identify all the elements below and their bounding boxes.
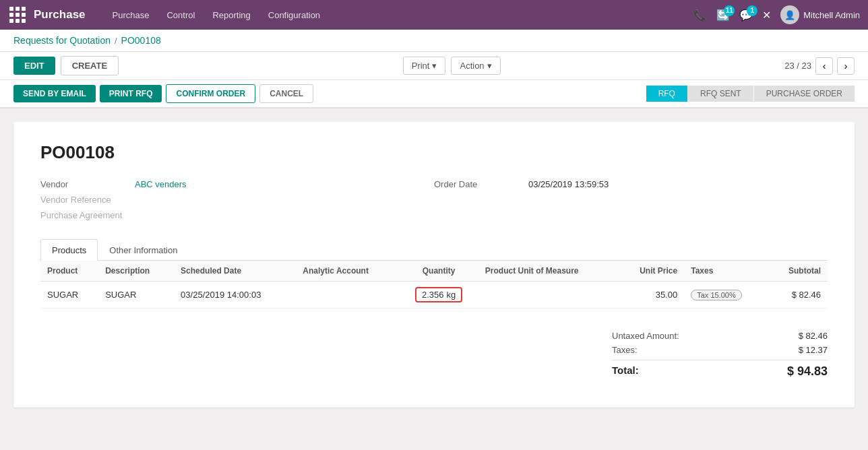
quantity-value: 2.356 bbox=[422, 290, 444, 300]
action-bar: EDIT CREATE Print ▾ Action ▾ 23 / 23 ‹ › bbox=[0, 52, 868, 80]
phone-icon[interactable]: 📞 bbox=[693, 9, 707, 22]
total-row: Total: $ 94.83 bbox=[612, 360, 828, 381]
stage-rfq-sent[interactable]: RFQ SENT bbox=[688, 86, 753, 102]
col-taxes: Taxes bbox=[684, 261, 768, 282]
fields-right: Order Date 03/25/2019 13:59:53 bbox=[434, 179, 828, 226]
tab-other-information[interactable]: Other Information bbox=[98, 239, 189, 261]
pagination-text: 23 / 23 bbox=[784, 61, 811, 71]
menu-configuration[interactable]: Configuration bbox=[261, 7, 327, 23]
cell-quantity[interactable]: 2.356 kg bbox=[399, 282, 478, 309]
vendor-row: Vendor ABC venders bbox=[40, 179, 434, 189]
vendor-ref-label: Vendor Reference bbox=[40, 195, 111, 205]
fields-left: Vendor ABC venders Vendor Reference Purc… bbox=[40, 179, 434, 226]
cell-scheduled-date: 03/25/2019 14:00:03 bbox=[174, 282, 296, 309]
status-stages: RFQ RFQ SENT PURCHASE ORDER bbox=[646, 86, 855, 102]
tax-badge: Tax 15.00% bbox=[691, 290, 741, 300]
untaxed-row: Untaxed Amount: $ 82.46 bbox=[612, 329, 828, 343]
products-table: Product Description Scheduled Date Analy… bbox=[40, 261, 828, 309]
order-date-row: Order Date 03/25/2019 13:59:53 bbox=[434, 179, 828, 189]
tab-products[interactable]: Products bbox=[40, 239, 98, 261]
order-date-label: Order Date bbox=[434, 179, 528, 189]
purchase-agreement-row: Purchase Agreement bbox=[40, 210, 434, 220]
table-row: SUGAR SUGAR 03/25/2019 14:00:03 2.356 kg… bbox=[40, 282, 828, 309]
col-quantity: Quantity bbox=[399, 261, 478, 282]
col-scheduled-date: Scheduled Date bbox=[174, 261, 296, 282]
cell-product: SUGAR bbox=[40, 282, 98, 309]
col-description: Description bbox=[98, 261, 174, 282]
taxes-value: $ 12.37 bbox=[799, 345, 828, 355]
avatar: 👤 bbox=[780, 5, 799, 24]
taxes-label: Taxes: bbox=[612, 345, 638, 355]
edit-button[interactable]: EDIT bbox=[13, 57, 55, 75]
messages-badge: 1 bbox=[747, 5, 757, 16]
vendor-label: Vendor bbox=[40, 179, 135, 189]
breadcrumb-current: PO00108 bbox=[121, 35, 161, 46]
purchase-agreement-label: Purchase Agreement bbox=[40, 210, 122, 220]
topnav-icons: 📞 🔄 11 💬 1 ✕ 👤 Mitchell Admin bbox=[693, 5, 860, 24]
vendor-ref-row: Vendor Reference bbox=[40, 195, 434, 205]
action-chevron-icon: ▾ bbox=[487, 61, 492, 71]
next-page-button[interactable]: › bbox=[837, 57, 855, 75]
cell-subtotal: $ 82.46 bbox=[768, 282, 828, 309]
breadcrumb-bar: Requests for Quotation / PO00108 bbox=[0, 30, 868, 52]
action-button[interactable]: Action ▾ bbox=[451, 57, 500, 75]
document-card: PO00108 Vendor ABC venders Vendor Refere… bbox=[13, 122, 855, 408]
user-name: Mitchell Admin bbox=[803, 10, 860, 20]
top-navigation: Purchase Purchase Control Reporting Conf… bbox=[0, 0, 868, 30]
quantity-badge: 2.356 kg bbox=[415, 287, 462, 302]
cell-uom bbox=[478, 282, 617, 309]
updates-icon[interactable]: 🔄 11 bbox=[716, 9, 730, 22]
main-content: PO00108 Vendor ABC venders Vendor Refere… bbox=[0, 108, 868, 421]
send-by-email-button[interactable]: SEND BY EMAIL bbox=[13, 85, 96, 102]
action-label: Action bbox=[460, 61, 484, 71]
prev-page-button[interactable]: ‹ bbox=[815, 57, 833, 75]
total-label: Total: bbox=[612, 364, 639, 379]
col-analytic-account: Analytic Account bbox=[296, 261, 399, 282]
close-icon[interactable]: ✕ bbox=[762, 9, 771, 22]
untaxed-label: Untaxed Amount: bbox=[612, 331, 679, 341]
breadcrumb-separator: / bbox=[115, 36, 117, 46]
updates-badge: 11 bbox=[724, 5, 735, 16]
total-value: $ 94.83 bbox=[787, 364, 828, 379]
document-tabs: Products Other Information bbox=[40, 239, 828, 261]
table-header-row: Product Description Scheduled Date Analy… bbox=[40, 261, 828, 282]
breadcrumb-parent[interactable]: Requests for Quotation bbox=[13, 35, 111, 46]
stage-purchase-order[interactable]: PURCHASE ORDER bbox=[754, 86, 855, 102]
main-menu: Purchase Control Reporting Configuration bbox=[106, 7, 694, 23]
pagination: 23 / 23 ‹ › bbox=[784, 57, 855, 75]
col-uom: Product Unit of Measure bbox=[478, 261, 617, 282]
app-name: Purchase bbox=[34, 8, 86, 22]
menu-purchase[interactable]: Purchase bbox=[106, 7, 156, 23]
messages-icon[interactable]: 💬 1 bbox=[739, 9, 753, 22]
vendor-value[interactable]: ABC venders bbox=[135, 179, 187, 189]
cancel-button[interactable]: CANCEL bbox=[259, 84, 313, 103]
status-bar: SEND BY EMAIL PRINT RFQ CONFIRM ORDER CA… bbox=[0, 80, 868, 108]
col-product: Product bbox=[40, 261, 98, 282]
print-label: Print bbox=[412, 61, 430, 71]
print-rfq-button[interactable]: PRINT RFQ bbox=[100, 85, 162, 102]
menu-reporting[interactable]: Reporting bbox=[206, 7, 257, 23]
cell-analytic-account bbox=[296, 282, 399, 309]
confirm-order-button[interactable]: CONFIRM ORDER bbox=[166, 84, 255, 103]
untaxed-value: $ 82.46 bbox=[799, 331, 828, 341]
col-subtotal: Subtotal bbox=[768, 261, 828, 282]
stage-rfq[interactable]: RFQ bbox=[646, 86, 687, 102]
cell-description: SUGAR bbox=[98, 282, 174, 309]
menu-control[interactable]: Control bbox=[160, 7, 202, 23]
col-unit-price: Unit Price bbox=[617, 261, 684, 282]
create-button[interactable]: CREATE bbox=[61, 56, 119, 75]
print-button[interactable]: Print ▾ bbox=[403, 57, 446, 75]
quantity-unit: kg bbox=[446, 290, 456, 300]
grid-menu-icon[interactable] bbox=[8, 5, 27, 24]
user-menu[interactable]: 👤 Mitchell Admin bbox=[780, 5, 860, 24]
document-title: PO00108 bbox=[40, 142, 828, 163]
cell-taxes: Tax 15.00% bbox=[684, 282, 768, 309]
order-date-value: 03/25/2019 13:59:53 bbox=[528, 179, 609, 189]
taxes-row: Taxes: $ 12.37 bbox=[612, 343, 828, 357]
document-fields: Vendor ABC venders Vendor Reference Purc… bbox=[40, 179, 828, 226]
totals-table: Untaxed Amount: $ 82.46 Taxes: $ 12.37 T… bbox=[612, 329, 828, 381]
totals-section: Untaxed Amount: $ 82.46 Taxes: $ 12.37 T… bbox=[40, 322, 828, 381]
print-chevron-icon: ▾ bbox=[432, 61, 437, 71]
cell-unit-price: 35.00 bbox=[617, 282, 684, 309]
